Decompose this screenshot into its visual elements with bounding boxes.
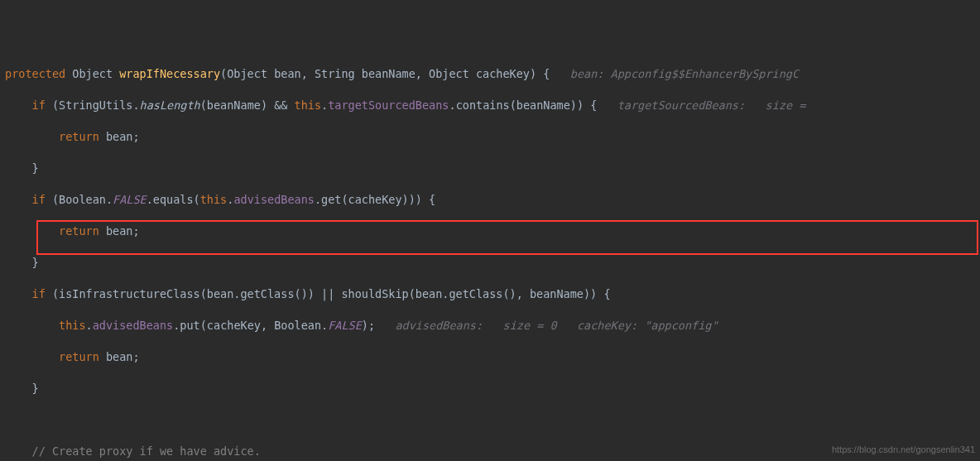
- code: .contains(beanName)) {: [449, 98, 598, 112]
- field: targetSourcedBeans: [328, 98, 449, 112]
- code: .: [321, 98, 328, 112]
- watermark: https://blog.csdn.net/gongsenlin341: [832, 442, 975, 458]
- inline-hint: advisedBeans: size = 0 cacheKey: "appcon…: [375, 319, 718, 332]
- brace: }: [32, 161, 39, 175]
- keyword: if: [32, 193, 46, 206]
- comment: // Create proxy if we have advice.: [32, 444, 261, 458]
- code-line: if (StringUtils.hasLength(beanName) && t…: [0, 98, 980, 113]
- code: .equals(: [147, 193, 200, 206]
- code-line: if (isInfrastructureClass(bean.getClass(…: [0, 286, 980, 302]
- code: (isInfrastructureClass(bean.getClass()) …: [46, 287, 611, 300]
- constant: FALSE: [113, 193, 147, 206]
- code-line: }: [0, 255, 980, 271]
- code-line: return bean;: [0, 129, 980, 145]
- code-line: protected Object wrapIfNecessary(Object …: [0, 66, 980, 82]
- keyword: this: [200, 193, 228, 206]
- keyword: return: [59, 224, 99, 238]
- code: );: [362, 319, 375, 332]
- code-line: return bean;: [0, 349, 980, 365]
- code-line: this.advisedBeans.put(cacheKey, Boolean.…: [0, 318, 980, 334]
- inline-hint: targetSourcedBeans: size =: [597, 98, 805, 112]
- code: .: [86, 319, 93, 332]
- params: (Object bean, String beanName, Object ca…: [220, 67, 550, 80]
- code-line: if (Boolean.FALSE.equals(this.advisedBea…: [0, 192, 980, 208]
- code: bean;: [99, 130, 140, 143]
- keyword: return: [59, 130, 99, 143]
- brace: }: [32, 256, 39, 269]
- keyword: if: [32, 287, 46, 300]
- code-line: [0, 412, 980, 428]
- method-name: wrapIfNecessary: [119, 67, 220, 80]
- keyword: this: [295, 98, 322, 112]
- code-line: }: [0, 161, 980, 176]
- inline-hint: bean: Appconfig$$EnhancerBySpringC: [550, 67, 799, 80]
- static-method: hasLength: [140, 98, 200, 112]
- keyword: protected: [5, 67, 65, 80]
- keyword: return: [59, 350, 99, 363]
- type: Object: [65, 67, 119, 80]
- code: (beanName) &&: [200, 98, 295, 112]
- keyword: if: [32, 98, 46, 112]
- code: (StringUtils.: [46, 98, 140, 112]
- code: bean;: [99, 224, 140, 238]
- code: .put(cacheKey, Boolean.: [173, 319, 328, 332]
- constant: FALSE: [328, 319, 362, 332]
- code: (Boolean.: [46, 193, 113, 206]
- code-line: return bean;: [0, 223, 980, 239]
- code: .get(cacheKey))) {: [315, 193, 435, 206]
- code-line: }: [0, 381, 980, 396]
- brace: }: [32, 382, 39, 395]
- code: bean;: [99, 350, 140, 363]
- field: advisedBeans: [233, 193, 315, 206]
- field: advisedBeans: [93, 319, 174, 332]
- keyword: this: [59, 319, 86, 332]
